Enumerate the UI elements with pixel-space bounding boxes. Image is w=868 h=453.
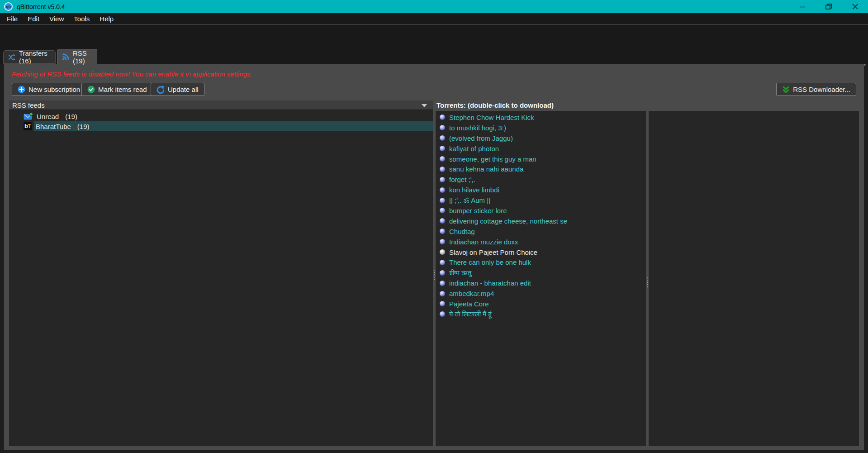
article-title: Chudtag [449, 228, 475, 235]
article-sphere-icon [440, 135, 445, 141]
article-title: forget ;',. [449, 176, 475, 183]
app-logo-icon: qb [4, 2, 13, 11]
tab-bar: Transfers (16) RSS (19) [0, 49, 868, 64]
article-row[interactable]: to mushkil hogi, 3:) [436, 123, 646, 133]
rss-feeds-header-label: RSS feeds [12, 101, 45, 109]
article-title: || ;',. ॐ Aum || [449, 196, 490, 205]
button-label: Mark items read [98, 86, 147, 93]
article-title: ambedkar.mp4 [449, 290, 494, 297]
splitter-handle[interactable] [433, 270, 436, 280]
article-title: to mushkil hogi, 3:) [449, 124, 506, 132]
article-title: bumper sticker lore [449, 207, 507, 215]
splitter-handle[interactable] [646, 277, 649, 287]
article-sphere-icon [440, 239, 445, 244]
new-subscription-button[interactable]: New subscription [12, 83, 86, 96]
button-label: Update all [168, 86, 199, 93]
plus-circle-icon [18, 86, 25, 93]
menu-view[interactable]: View [44, 14, 69, 24]
article-row[interactable]: || ;',. ॐ Aum || [436, 195, 646, 205]
article-row[interactable]: delivering cottage cheese, northeast se [436, 216, 646, 226]
feed-row[interactable]: bTBharatTube(19) [9, 121, 433, 131]
article-sphere-icon [440, 146, 445, 151]
article-row[interactable]: Pajeeta Core [436, 299, 646, 309]
article-title: sanu kehna nahi aaunda [449, 165, 523, 173]
tab-rss[interactable]: RSS (19) [57, 49, 97, 64]
article-row[interactable]: Stephen Chow Hardest Kick [436, 112, 646, 123]
article-title: delivering cottage cheese, northeast se [449, 217, 567, 225]
update-all-button[interactable]: Update all [151, 83, 204, 96]
article-row[interactable]: kon hilave limbdi [436, 185, 646, 195]
article-title: indiachan - bharatchan edit [449, 279, 531, 287]
article-title: Stephen Chow Hardest Kick [449, 114, 534, 121]
menubar: FileEditViewToolsHelp [0, 13, 868, 24]
article-sphere-icon [440, 125, 445, 130]
article-row[interactable]: ambedkar.mp4 [436, 288, 646, 299]
tab-transfers[interactable]: Transfers (16) [3, 50, 56, 64]
bharattube-favicon-icon: bT [24, 122, 32, 130]
menu-file[interactable]: File [2, 14, 23, 24]
article-title: (evolved from Jaggu) [449, 134, 513, 142]
menu-tools[interactable]: Tools [69, 14, 95, 24]
article-description-pane [649, 111, 859, 446]
article-sphere-icon [440, 281, 445, 286]
article-sphere-icon [440, 301, 445, 306]
tab-label: RSS (19) [73, 49, 97, 65]
torrents-list: Stephen Chow Hardest Kickto mushkil hogi… [436, 111, 646, 446]
article-row[interactable]: Slavoj on Pajeet Porn Choice [436, 247, 646, 257]
toolbar [0, 25, 868, 49]
article-row[interactable]: indiachan - bharatchan edit [436, 278, 646, 288]
feed-unread-count: (19) [65, 113, 77, 120]
rss-disabled-warning: Fetching of RSS feeds is disabled now! Y… [12, 70, 252, 78]
article-row[interactable]: ये तो लिटरली मैं हूं [436, 309, 646, 319]
article-title: ये तो लिटरली मैं हूं [449, 310, 491, 318]
unread-envelope-icon [24, 112, 33, 120]
window-controls [789, 0, 868, 13]
menu-edit[interactable]: Edit [23, 14, 44, 24]
feed-unread-count: (19) [77, 123, 90, 130]
article-title: someone, get this guy a man [449, 155, 536, 163]
article-sphere-icon [440, 156, 445, 162]
article-sphere-icon [440, 270, 445, 276]
article-title: Pajeeta Core [449, 300, 489, 308]
article-title: kon hilave limbdi [449, 186, 499, 194]
article-sphere-icon [440, 260, 445, 265]
feed-label: Unread [37, 113, 59, 120]
tab-label: Transfers (16) [19, 49, 55, 65]
article-sphere-icon [440, 311, 445, 317]
article-title: There can only be one hulk [449, 258, 531, 266]
article-sphere-icon [440, 208, 445, 213]
button-label: New subscription [28, 86, 80, 93]
article-row[interactable]: There can only be one hulk [436, 257, 646, 267]
article-row[interactable]: Chudtag [436, 226, 646, 237]
button-label: RSS Downloader... [793, 86, 850, 93]
article-row[interactable]: forget ;',. [436, 174, 646, 185]
article-sphere-icon [440, 114, 445, 120]
article-title: kafiyat of photon [449, 145, 499, 153]
titlebar: qb qBittorrent v5.0.4 [0, 0, 868, 13]
article-sphere-icon [440, 291, 445, 296]
article-sphere-icon [440, 187, 445, 193]
minimize-button[interactable] [789, 0, 816, 13]
check-circle-icon [87, 86, 95, 93]
article-sphere-icon [440, 229, 445, 234]
double-chevron-down-icon [782, 86, 790, 93]
article-row[interactable]: kafiyat of photon [436, 143, 646, 154]
article-row[interactable]: (evolved from Jaggu) [436, 133, 646, 143]
article-title: Indiachan muzzie doxx [449, 238, 518, 246]
close-button[interactable] [842, 0, 868, 13]
article-row[interactable]: sanu kehna nahi aaunda [436, 164, 646, 174]
article-row[interactable]: ग्रीष्म ऋतु [436, 267, 646, 278]
article-sphere-icon [440, 249, 445, 255]
article-row[interactable]: bumper sticker lore [436, 205, 646, 216]
mark-items-read-button[interactable]: Mark items read [81, 83, 153, 96]
article-title: Slavoj on Pajeet Porn Choice [449, 248, 537, 256]
article-row[interactable]: Indiachan muzzie doxx [436, 237, 646, 247]
article-sphere-icon [440, 177, 445, 182]
rss-downloader-button[interactable]: RSS Downloader... [776, 83, 856, 96]
feed-row[interactable]: Unread(19) [9, 111, 433, 121]
article-row[interactable]: someone, get this guy a man [436, 154, 646, 164]
rss-feeds-header[interactable]: RSS feeds [9, 100, 433, 110]
rss-icon [62, 53, 70, 61]
restore-button[interactable] [816, 0, 842, 13]
menu-help[interactable]: Help [95, 14, 119, 24]
